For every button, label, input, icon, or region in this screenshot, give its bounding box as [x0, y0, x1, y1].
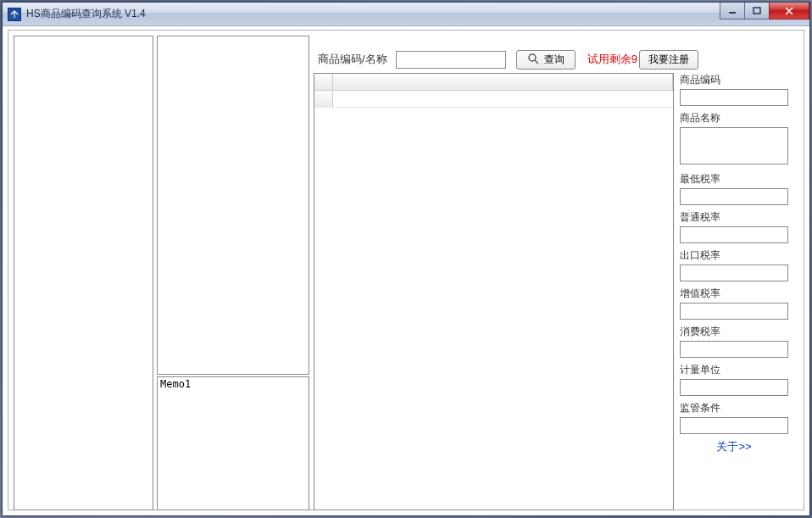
- search-input[interactable]: [396, 51, 506, 69]
- svg-rect-1: [754, 8, 760, 14]
- category-tree[interactable]: [14, 36, 153, 510]
- titlebar[interactable]: HS商品编码查询系统 V1.4: [3, 3, 809, 26]
- memo-text: Memo1: [160, 378, 191, 390]
- normal-tax-field[interactable]: [680, 226, 788, 243]
- window-controls: [720, 3, 809, 19]
- window-title: HS商品编码查询系统 V1.4: [26, 7, 146, 21]
- normal-tax-label: 普通税率: [680, 210, 798, 225]
- vat-field[interactable]: [680, 303, 788, 320]
- sub-list[interactable]: [157, 36, 309, 375]
- details-panel: 商品编码 商品名称 最低税率 普通税率 出口税率 增值税率: [680, 73, 798, 454]
- export-tax-label: 出口税率: [680, 248, 798, 263]
- register-button-label: 我要注册: [648, 53, 689, 65]
- query-button-label: 查询: [544, 53, 565, 67]
- name-field[interactable]: [680, 127, 788, 164]
- about-link[interactable]: 关于>>: [680, 439, 788, 454]
- code-field[interactable]: [680, 89, 788, 106]
- query-button[interactable]: 查询: [516, 50, 576, 70]
- memo-box[interactable]: Memo1: [157, 376, 309, 510]
- app-icon: [8, 8, 21, 21]
- grid-header: [314, 74, 673, 91]
- svg-line-3: [535, 60, 538, 64]
- svg-point-2: [529, 54, 536, 61]
- vat-label: 增值税率: [680, 287, 798, 301]
- search-icon: [527, 53, 539, 67]
- unit-field[interactable]: [680, 379, 788, 396]
- maximize-button[interactable]: [744, 3, 770, 19]
- name-label: 商品名称: [680, 111, 798, 125]
- consume-tax-label: 消费税率: [680, 325, 798, 339]
- supervise-label: 监管条件: [680, 401, 798, 415]
- code-label: 商品编码: [680, 73, 798, 87]
- grid-corner-cell: [314, 74, 333, 90]
- close-button[interactable]: [769, 3, 809, 19]
- svg-rect-0: [729, 12, 736, 14]
- search-bar: 商品编码/名称 查询 试用剩余9 我要注册: [318, 47, 795, 71]
- min-tax-field[interactable]: [680, 188, 788, 205]
- search-label: 商品编码/名称: [318, 52, 387, 67]
- consume-tax-field[interactable]: [680, 341, 788, 358]
- grid-row[interactable]: [314, 91, 673, 108]
- supervise-field[interactable]: [680, 417, 788, 434]
- trial-remaining-text: 试用剩余9: [587, 52, 637, 67]
- results-grid[interactable]: [314, 73, 674, 510]
- grid-header-col1[interactable]: [333, 74, 673, 90]
- client-area: Memo1 商品编码/名称 查询 试用剩余9 我要注册: [8, 30, 804, 510]
- app-window: HS商品编码查询系统 V1.4 Memo1 商品编码/名称: [2, 2, 810, 516]
- min-tax-label: 最低税率: [680, 172, 798, 187]
- left-column-2: Memo1: [157, 36, 309, 510]
- export-tax-field[interactable]: [680, 265, 788, 281]
- unit-label: 计量单位: [680, 363, 798, 377]
- register-button[interactable]: 我要注册: [639, 50, 698, 70]
- grid-row-header: [314, 91, 333, 107]
- minimize-button[interactable]: [720, 3, 745, 19]
